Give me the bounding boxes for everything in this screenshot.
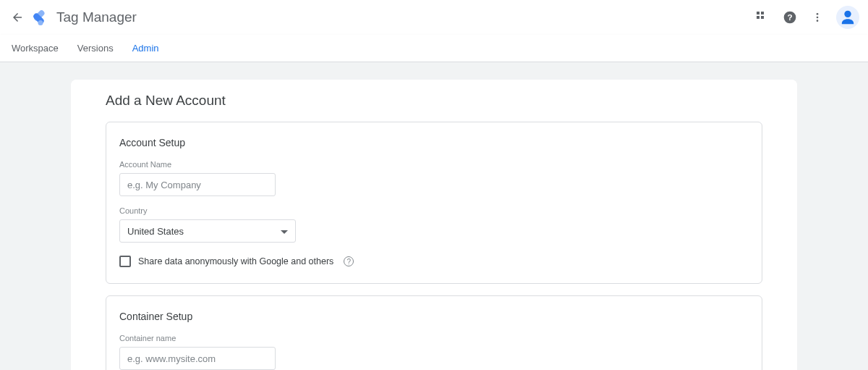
container-setup-title: Container Setup <box>119 311 749 322</box>
main-card: Add a New Account Account Setup Account … <box>71 80 797 370</box>
share-data-label: Share data anonymously with Google and o… <box>138 256 333 266</box>
share-data-row: Share data anonymously with Google and o… <box>119 256 749 267</box>
nav-tabs: Workspace Versions Admin <box>0 35 868 62</box>
container-setup-section: Container Setup Container name <box>106 295 762 370</box>
svg-rect-3 <box>757 12 760 14</box>
back-button[interactable] <box>9 9 26 26</box>
country-select[interactable]: United States <box>119 219 296 243</box>
app-title: Tag Manager <box>56 9 137 25</box>
country-value: United States <box>127 226 184 237</box>
share-data-help-icon[interactable]: ? <box>344 256 354 266</box>
tab-versions[interactable]: Versions <box>77 35 114 61</box>
svg-rect-5 <box>757 16 760 19</box>
share-data-checkbox[interactable] <box>119 256 131 267</box>
help-icon[interactable]: ? <box>781 9 799 26</box>
container-name-input[interactable] <box>119 347 276 370</box>
app-header: Tag Manager ? <box>0 0 868 35</box>
account-name-input[interactable] <box>119 173 276 196</box>
svg-point-9 <box>817 13 819 15</box>
svg-point-10 <box>817 17 819 19</box>
svg-rect-6 <box>761 16 764 19</box>
apps-icon[interactable] <box>754 9 771 26</box>
account-name-label: Account Name <box>119 160 749 169</box>
svg-point-12 <box>844 11 851 17</box>
country-group: Country United States <box>119 206 749 243</box>
container-name-label: Container name <box>119 334 749 342</box>
account-setup-title: Account Setup <box>119 137 749 148</box>
svg-text:?: ? <box>787 12 792 22</box>
svg-point-11 <box>817 20 819 22</box>
chevron-down-icon <box>281 226 288 237</box>
container-name-group: Container name <box>119 334 749 370</box>
page-body: Add a New Account Account Setup Account … <box>0 62 868 370</box>
tab-admin[interactable]: Admin <box>132 35 159 61</box>
tab-workspace[interactable]: Workspace <box>12 35 59 61</box>
svg-point-2 <box>38 20 43 25</box>
header-actions: ? <box>754 6 859 29</box>
country-label: Country <box>119 206 749 215</box>
account-name-group: Account Name <box>119 160 749 196</box>
more-vert-icon[interactable] <box>809 9 826 26</box>
account-avatar[interactable] <box>836 6 859 29</box>
svg-rect-4 <box>761 12 764 14</box>
account-setup-section: Account Setup Account Name Country Unite… <box>106 122 762 284</box>
page-title: Add a New Account <box>71 80 797 122</box>
tag-manager-logo-icon <box>32 9 49 26</box>
